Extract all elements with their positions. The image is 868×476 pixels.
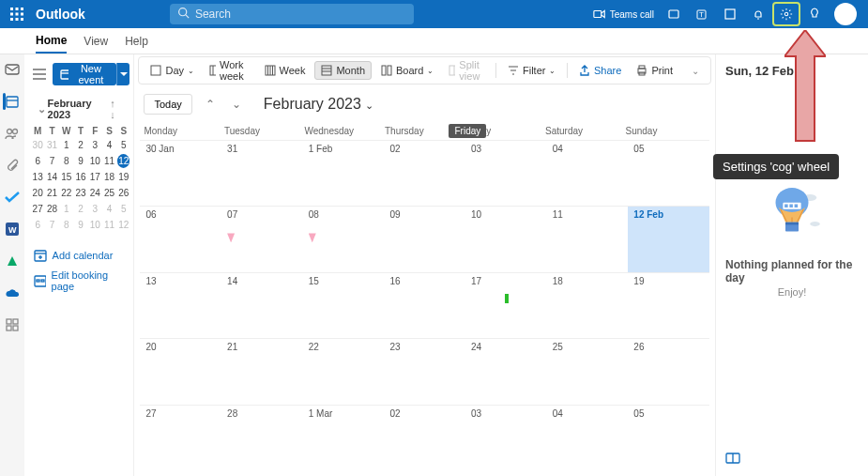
calendar-cell[interactable]: 14 bbox=[221, 272, 303, 338]
calendar-cell[interactable]: 15 bbox=[303, 272, 385, 338]
calendar-cell[interactable]: 06 bbox=[140, 206, 221, 271]
mini-cal-day[interactable]: 19 bbox=[117, 170, 129, 184]
calendar-cell[interactable]: 02 bbox=[384, 140, 465, 206]
rail-people-icon[interactable] bbox=[3, 124, 22, 143]
mini-cal-day[interactable]: 5 bbox=[117, 202, 129, 216]
calendar-cell[interactable]: 05 bbox=[628, 405, 709, 470]
app-launcher-icon[interactable] bbox=[6, 3, 28, 25]
calendar-cell[interactable]: 31 bbox=[221, 140, 303, 206]
split-view[interactable]: Split view bbox=[443, 56, 490, 84]
mini-cal-day[interactable]: 4 bbox=[103, 202, 115, 216]
calendar-cell[interactable]: 07 bbox=[221, 206, 303, 271]
calendar-cell[interactable]: 11 bbox=[547, 206, 629, 271]
filter-button[interactable]: Filter⌄ bbox=[502, 62, 561, 79]
calendar-cell[interactable]: 04 bbox=[547, 140, 629, 206]
rail-calendar-icon[interactable] bbox=[3, 92, 22, 111]
print-button[interactable]: Print bbox=[631, 62, 678, 79]
teams-icon[interactable]: T bbox=[688, 0, 716, 28]
mini-cal-day[interactable]: 9 bbox=[74, 154, 86, 168]
mini-cal-day[interactable]: 8 bbox=[60, 154, 72, 168]
calendar-cell[interactable]: 18 bbox=[547, 272, 629, 338]
rail-todo-icon[interactable] bbox=[3, 188, 22, 207]
mini-cal-day[interactable]: 11 bbox=[103, 218, 115, 232]
mini-cal-day[interactable]: 13 bbox=[32, 170, 44, 184]
tab-help[interactable]: Help bbox=[125, 30, 148, 53]
calendar-cell[interactable]: 09 bbox=[384, 206, 465, 271]
mini-cal-day[interactable]: 11 bbox=[103, 154, 115, 168]
calendar-cell[interactable]: 28 bbox=[221, 405, 303, 470]
mini-cal-day[interactable]: 18 bbox=[103, 170, 115, 184]
mini-cal-day[interactable]: 7 bbox=[46, 154, 58, 168]
calendar-cell[interactable]: 21 bbox=[221, 338, 303, 404]
hamburger-icon[interactable] bbox=[32, 64, 48, 84]
calendar-cell[interactable]: 24 bbox=[465, 338, 547, 404]
rail-mail-icon[interactable] bbox=[3, 60, 22, 79]
calendar-cell[interactable]: 20 bbox=[140, 338, 221, 404]
calendar-cell[interactable]: 03 bbox=[465, 405, 547, 470]
add-calendar-link[interactable]: Add calendar bbox=[32, 245, 130, 266]
mini-cal-day[interactable]: 1 bbox=[60, 202, 72, 216]
calendar-cell[interactable]: 23 bbox=[384, 338, 465, 404]
cmd-caret[interactable]: ⌄ bbox=[686, 63, 705, 79]
mini-cal-day[interactable]: 6 bbox=[32, 154, 44, 168]
tips-icon[interactable] bbox=[800, 0, 829, 28]
mini-cal-day[interactable]: 9 bbox=[74, 218, 86, 232]
mini-cal-day[interactable]: 2 bbox=[74, 138, 86, 152]
teams-call-button[interactable]: Teams call bbox=[587, 0, 660, 28]
edit-booking-link[interactable]: Edit booking page bbox=[32, 266, 130, 296]
mini-cal-day[interactable]: 1 bbox=[60, 138, 72, 152]
calendar-cell[interactable]: 02 bbox=[384, 405, 465, 470]
calendar-cell[interactable]: 1 Mar bbox=[303, 405, 385, 470]
mini-cal-day[interactable]: 5 bbox=[117, 138, 129, 152]
new-event-button[interactable]: New event bbox=[53, 63, 116, 85]
mini-cal-day[interactable]: 20 bbox=[32, 186, 44, 200]
mini-cal-day[interactable]: 16 bbox=[74, 170, 86, 184]
calendar-title[interactable]: February 2023 ⌄ bbox=[264, 96, 374, 113]
view-board[interactable]: Board⌄ bbox=[375, 62, 439, 79]
mini-cal-day[interactable]: 25 bbox=[103, 186, 115, 200]
mini-cal-day[interactable]: 12 bbox=[117, 218, 129, 232]
calendar-cell[interactable]: 25 bbox=[547, 338, 629, 404]
mini-cal-day[interactable]: 22 bbox=[60, 186, 72, 200]
mini-cal-day[interactable]: 23 bbox=[74, 186, 86, 200]
mini-cal-day[interactable]: 10 bbox=[89, 218, 101, 232]
notifications-icon[interactable] bbox=[744, 0, 772, 28]
rail-bookings-icon[interactable] bbox=[3, 252, 22, 270]
mini-cal-day[interactable]: 30 bbox=[32, 138, 44, 152]
calendar-cell[interactable]: 16 bbox=[384, 272, 465, 338]
mini-cal-day[interactable]: 7 bbox=[46, 218, 58, 232]
meet-now-icon[interactable] bbox=[660, 0, 688, 28]
share-button[interactable]: Share bbox=[573, 62, 627, 79]
mini-cal-day[interactable]: 21 bbox=[46, 186, 58, 200]
mini-cal-day[interactable]: 24 bbox=[89, 186, 101, 200]
agenda-footer-icon[interactable] bbox=[725, 453, 859, 467]
mini-cal-next[interactable]: ↓ bbox=[108, 107, 117, 122]
mini-cal-day[interactable]: 8 bbox=[60, 218, 72, 232]
avatar[interactable] bbox=[834, 3, 857, 25]
calendar-cell[interactable]: 19 bbox=[628, 272, 709, 338]
view-day[interactable]: Day⌄ bbox=[145, 62, 200, 79]
mini-cal-day[interactable]: 6 bbox=[32, 218, 44, 232]
calendar-cell[interactable]: 12 Feb bbox=[628, 206, 709, 271]
calendar-cell[interactable]: 08 bbox=[303, 206, 385, 271]
tab-view[interactable]: View bbox=[84, 30, 108, 53]
calendar-cell[interactable]: 30 Jan bbox=[140, 140, 221, 206]
search-input[interactable] bbox=[195, 8, 406, 21]
mini-cal-day[interactable]: 10 bbox=[89, 154, 101, 168]
tab-home[interactable]: Home bbox=[36, 29, 67, 54]
mini-cal-day[interactable]: 2 bbox=[74, 202, 86, 216]
calendar-cell[interactable]: 03 bbox=[465, 140, 547, 206]
mini-cal-day[interactable]: 4 bbox=[103, 138, 115, 152]
view-work-week[interactable]: Work week bbox=[204, 56, 254, 84]
calendar-cell[interactable]: 10 bbox=[465, 206, 547, 271]
calendar-cell[interactable]: 1 Feb bbox=[303, 140, 385, 206]
mini-cal-day[interactable]: 26 bbox=[117, 186, 129, 200]
prev-month[interactable]: ⌃ bbox=[202, 94, 219, 115]
view-month[interactable]: Month bbox=[314, 61, 372, 80]
calendar-cell[interactable]: 04 bbox=[547, 405, 629, 470]
calendar-cell[interactable]: 27 bbox=[140, 405, 221, 470]
day-icon[interactable] bbox=[716, 0, 744, 28]
calendar-grid[interactable]: 30 Jan311 Feb0203040506070809101112 Feb1… bbox=[134, 140, 715, 476]
mini-cal-day[interactable]: 14 bbox=[46, 170, 58, 184]
rail-files-icon[interactable] bbox=[3, 156, 22, 175]
